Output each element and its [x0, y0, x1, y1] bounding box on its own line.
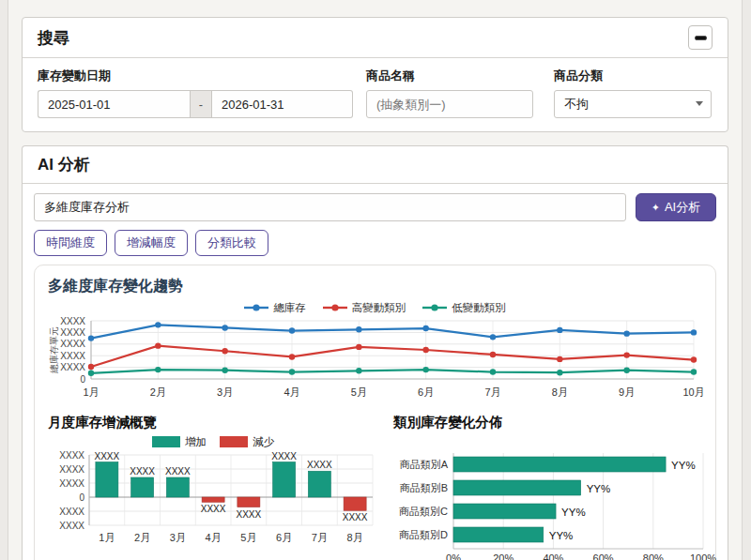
- svg-text:XXXX: XXXX: [60, 316, 85, 326]
- bar-chart-legend: 增加減少: [48, 434, 378, 449]
- svg-text:3月: 3月: [170, 532, 186, 543]
- svg-text:XXXX: XXXX: [60, 327, 85, 338]
- date-separator: -: [190, 90, 212, 118]
- svg-text:0: 0: [80, 374, 85, 385]
- charts-card: 多維度庫存變化趨勢 總庫存高變動類別低變動類別 0XXXXXXXXXXXXXXX…: [34, 265, 716, 560]
- svg-text:XXXX: XXXX: [130, 466, 155, 477]
- svg-text:XXXX: XXXX: [60, 362, 85, 372]
- ai-query-input[interactable]: [34, 193, 626, 221]
- svg-text:YY%: YY%: [561, 507, 586, 518]
- svg-text:4月: 4月: [284, 386, 299, 398]
- svg-text:XXXX: XXXX: [165, 466, 191, 477]
- svg-text:總庫存單元: 總庫存單元: [49, 326, 59, 374]
- svg-text:7月: 7月: [312, 532, 328, 543]
- date-range-label: 庫存變動日期: [38, 68, 353, 84]
- multi-line-chart: 0XXXXXXXXXXXXXXXXXXXX總庫存單元1月2月3月4月5月6月7月…: [48, 315, 705, 401]
- sparkle-icon: ✦: [651, 202, 660, 214]
- chip-category-compare[interactable]: 分類比較: [195, 230, 268, 256]
- legend-item: 高變動類別: [323, 301, 406, 315]
- svg-text:商品類別B: 商品類別B: [400, 482, 448, 493]
- svg-text:YY%: YY%: [587, 483, 611, 494]
- svg-text:0%: 0%: [446, 552, 461, 560]
- svg-text:5月: 5月: [351, 386, 367, 398]
- suggestion-chips: 時間維度 增減幅度 分類比較: [34, 230, 716, 256]
- product-name-input[interactable]: [366, 90, 533, 118]
- svg-text:8月: 8月: [347, 532, 363, 543]
- svg-text:40%: 40%: [543, 552, 563, 560]
- svg-text:80%: 80%: [643, 552, 664, 560]
- svg-text:商品類別D: 商品類別D: [399, 529, 448, 540]
- date-from-input[interactable]: [38, 90, 190, 118]
- svg-text:2月: 2月: [134, 532, 150, 543]
- category-select[interactable]: [554, 90, 712, 118]
- collapse-button[interactable]: [688, 25, 713, 50]
- svg-text:0: 0: [79, 492, 84, 503]
- legend-item: 低變動類別: [422, 301, 506, 315]
- svg-text:XXXX: XXXX: [271, 451, 297, 462]
- svg-text:XXXX: XXXX: [59, 478, 84, 489]
- svg-text:YY%: YY%: [671, 460, 696, 471]
- category-group: 商品分類: [554, 68, 712, 118]
- date-range-group: 庫存變動日期 -: [38, 68, 353, 118]
- monthly-bar-chart: XXXXXXXXXXXX0XXXXXXXXXXXX1月XXXX2月XXXX3月X…: [48, 449, 378, 545]
- svg-text:6月: 6月: [276, 532, 292, 543]
- svg-text:XXXX: XXXX: [201, 504, 226, 514]
- svg-text:8月: 8月: [552, 386, 568, 398]
- svg-text:60%: 60%: [593, 552, 614, 560]
- monthly-bar-column: 月度庫存增減概覽 增加減少 XXXXXXXXXXXX0XXXXXXXXXXXX1…: [48, 414, 378, 560]
- search-panel-header: 搜尋: [23, 18, 728, 58]
- svg-text:XXXX: XXXX: [60, 339, 85, 349]
- app-container: 搜尋 庫存變動日期 - 商品名稱 商品分類: [8, 0, 743, 560]
- legend-item: 總庫存: [244, 301, 306, 315]
- svg-text:XXXX: XXXX: [237, 509, 262, 520]
- svg-text:100%: 100%: [690, 552, 716, 560]
- search-panel-title: 搜尋: [38, 27, 69, 49]
- svg-text:1月: 1月: [83, 386, 99, 398]
- product-name-group: 商品名稱: [366, 68, 533, 118]
- svg-text:2月: 2月: [150, 386, 166, 398]
- search-form: 庫存變動日期 - 商品名稱 商品分類: [23, 58, 728, 131]
- legend-item: 減少: [220, 435, 274, 449]
- svg-text:7月: 7月: [484, 386, 500, 398]
- svg-text:商品類別A: 商品類別A: [400, 459, 449, 470]
- svg-text:XXXX: XXXX: [59, 464, 84, 475]
- category-hbar-chart: 0%20%40%60%80%100%商品類別AYY%商品類別BYY%商品類別CY…: [393, 449, 724, 560]
- minus-icon: [695, 36, 707, 40]
- ai-analyze-label: AI分析: [665, 199, 700, 216]
- svg-text:YY%: YY%: [549, 530, 574, 541]
- ai-panel-title: AI 分析: [38, 154, 90, 175]
- chip-change-range[interactable]: 增減幅度: [115, 230, 188, 256]
- product-name-label: 商品名稱: [366, 68, 533, 84]
- category-label: 商品分類: [554, 68, 712, 84]
- svg-text:4月: 4月: [206, 532, 222, 543]
- svg-text:XXXX: XXXX: [307, 460, 332, 470]
- ai-analyze-button[interactable]: ✦ AI分析: [636, 193, 716, 221]
- ai-panel-header: AI 分析: [23, 146, 728, 184]
- svg-text:XXXX: XXXX: [59, 450, 84, 461]
- svg-text:XXXX: XXXX: [343, 512, 368, 522]
- svg-text:5月: 5月: [240, 532, 256, 543]
- line-chart-title: 多維度庫存變化趨勢: [48, 277, 702, 296]
- svg-text:1月: 1月: [99, 532, 115, 543]
- svg-text:6月: 6月: [418, 386, 434, 398]
- bar-chart-title: 月度庫存增減概覽: [48, 414, 378, 431]
- ai-analysis-panel: AI 分析 ✦ AI分析 時間維度 增減幅度 分類比較 多維度庫存變化趨勢 總庫…: [22, 145, 728, 560]
- svg-text:20%: 20%: [493, 552, 513, 560]
- search-panel: 搜尋 庫存變動日期 - 商品名稱 商品分類: [22, 17, 728, 132]
- svg-text:XXXX: XXXX: [59, 521, 84, 531]
- legend-item: 增加: [152, 435, 207, 449]
- chip-time-dimension[interactable]: 時間維度: [34, 230, 107, 256]
- svg-text:XXXX: XXXX: [60, 351, 85, 361]
- hbar-chart-title: 類別庫存變化分佈: [393, 414, 724, 431]
- svg-text:商品類別C: 商品類別C: [399, 506, 448, 517]
- date-to-input[interactable]: [212, 90, 353, 118]
- line-chart-legend: 總庫存高變動類別低變動類別: [48, 300, 702, 315]
- svg-text:10月: 10月: [682, 386, 704, 398]
- svg-text:3月: 3月: [217, 386, 233, 398]
- svg-text:XXXX: XXXX: [95, 451, 120, 462]
- svg-text:XXXX: XXXX: [59, 507, 84, 517]
- svg-text:9月: 9月: [619, 386, 635, 398]
- category-bar-column: 類別庫存變化分佈 0%20%40%60%80%100%商品類別AYY%商品類別B…: [393, 414, 724, 560]
